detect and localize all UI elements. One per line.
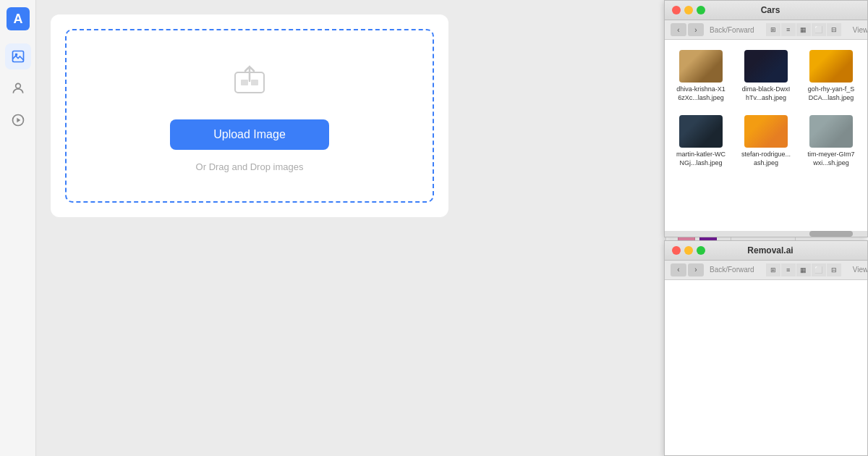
finder-scrollbar-thumb-cars [809, 231, 853, 237]
finder-view-gal-removal[interactable]: ⊟ [827, 263, 841, 276]
svg-rect-8 [251, 80, 258, 85]
finder-forward-btn-removal[interactable]: › [688, 263, 704, 276]
list-item[interactable]: stefan-rodrigue...ash.jpeg [737, 112, 795, 170]
file-thumbnail [679, 115, 723, 148]
close-button-removal[interactable] [672, 246, 681, 255]
file-name: stefan-rodrigue...ash.jpeg [741, 151, 791, 167]
finder-view-list-cars[interactable]: ≡ [781, 23, 796, 36]
app-logo[interactable]: A [7, 7, 30, 30]
finder-nav-removal: ‹ › [671, 263, 704, 276]
finder-view-label-cars: View [853, 26, 868, 34]
sidebar: A [0, 0, 36, 456]
list-item[interactable]: goh-rhy-yan-f_SDCA...lash.jpeg [802, 47, 860, 105]
svg-text:A: A [13, 12, 22, 26]
svg-rect-7 [241, 80, 248, 85]
file-name: dima-black-DwxIhTv...ash.jpeg [741, 85, 791, 102]
file-thumbnail [809, 50, 853, 83]
drag-drop-text: Or Drag and Drop images [196, 161, 304, 172]
finder-content-removal [665, 280, 867, 455]
file-thumbnail [744, 50, 788, 83]
finder-title-removal: Removal.ai [681, 245, 860, 256]
finder-forward-btn-cars[interactable]: › [688, 23, 704, 36]
finder-window-removal: Removal.ai ‹ › Back/Forward ⊞ ≡ ▦ ⬜ ⊟ Vi… [664, 240, 868, 456]
finder-view-btns-cars: ⊞ ≡ ▦ ⬜ ⊟ [766, 23, 841, 36]
file-name: martin-katler-WCNGj...lash.jpeg [676, 151, 726, 167]
file-name: tim-meyer-GIm7wxi...sh.jpeg [806, 151, 856, 167]
finder-view-icon-cars[interactable]: ⊞ [766, 23, 780, 36]
finder-view-btns-removal: ⊞ ≡ ▦ ⬜ ⊟ [766, 263, 841, 276]
list-item[interactable]: dima-black-DwxIhTv...ash.jpeg [737, 47, 795, 105]
finder-window-cars: Cars ‹ › Back/Forward ⊞ ≡ ▦ ⬜ ⊟ View Gro… [664, 0, 868, 237]
finder-nav-label-cars: Back/Forward [710, 26, 754, 34]
finder-nav-label-removal: Back/Forward [710, 266, 754, 274]
close-button-cars[interactable] [672, 6, 681, 14]
file-thumbnail [679, 50, 723, 83]
finder-windows: Cars ‹ › Back/Forward ⊞ ≡ ▦ ⬜ ⊟ View Gro… [664, 0, 868, 456]
list-item[interactable]: tim-meyer-GIm7wxi...sh.jpeg [802, 112, 860, 170]
finder-back-btn-cars[interactable]: ‹ [671, 23, 686, 36]
sidebar-item-images[interactable] [5, 43, 31, 69]
finder-view-gal-cars[interactable]: ⊟ [827, 23, 841, 36]
upload-image-button[interactable]: Upload Image [170, 119, 329, 150]
upload-container: Upload Image Or Drag and Drop images [51, 14, 448, 217]
finder-view-icon-removal[interactable]: ⊞ [766, 263, 780, 276]
finder-view-col-removal[interactable]: ▦ [796, 263, 811, 276]
file-grid-cars: dhiva-krishna-X16zXc...lash.jpeg dima-bl… [672, 47, 860, 171]
list-item[interactable]: dhiva-krishna-X16zXc...lash.jpeg [672, 47, 730, 105]
main-area: Upload Image Or Drag and Drop images [36, 0, 665, 456]
finder-content-cars: dhiva-krishna-X16zXc...lash.jpeg dima-bl… [665, 40, 867, 231]
file-name: dhiva-krishna-X16zXc...lash.jpeg [676, 85, 726, 102]
finder-back-btn-removal[interactable]: ‹ [671, 263, 686, 276]
list-item[interactable]: martin-katler-WCNGj...lash.jpeg [672, 112, 730, 170]
finder-scrollbar-cars[interactable] [665, 231, 867, 237]
finder-title-cars: Cars [681, 5, 860, 15]
sidebar-item-people[interactable] [5, 75, 31, 101]
upload-icon [229, 59, 270, 108]
finder-titlebar-cars: Cars [665, 1, 867, 20]
file-thumbnail [744, 115, 788, 148]
finder-toolbar-cars: ‹ › Back/Forward ⊞ ≡ ▦ ⬜ ⊟ View Group Ac… [665, 20, 867, 40]
svg-point-4 [15, 83, 20, 88]
finder-toolbar-removal: ‹ › Back/Forward ⊞ ≡ ▦ ⬜ ⊟ View Group Ac… [665, 261, 867, 280]
finder-view-list-removal[interactable]: ≡ [781, 263, 796, 276]
finder-view-col-cars[interactable]: ▦ [796, 23, 811, 36]
finder-view-cov-removal[interactable]: ⬜ [812, 263, 826, 276]
finder-view-label-removal: View [853, 266, 868, 274]
sidebar-item-play[interactable] [5, 107, 31, 133]
file-name: goh-rhy-yan-f_SDCA...lash.jpeg [806, 85, 856, 102]
upload-zone[interactable]: Upload Image Or Drag and Drop images [65, 29, 434, 203]
finder-view-cov-cars[interactable]: ⬜ [812, 23, 826, 36]
finder-nav-cars: ‹ › [671, 23, 704, 36]
file-thumbnail [809, 115, 853, 148]
finder-titlebar-removal: Removal.ai [665, 241, 867, 261]
